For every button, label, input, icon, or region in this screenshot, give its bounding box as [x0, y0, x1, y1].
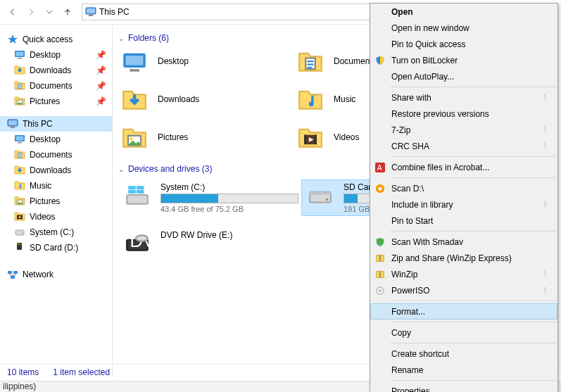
context-menu-item[interactable]: CRC SHA〉 [370, 138, 557, 154]
svg-rect-40 [128, 186, 136, 189]
sidebar-item[interactable]: SD Card (D:) [0, 240, 112, 255]
drive-item[interactable]: DVDDVD RW Drive (E:) [118, 227, 301, 258]
sidebar-item[interactable]: Documents📌 [0, 78, 112, 94]
downloads-icon [14, 164, 25, 177]
context-menu-item-label: 7-Zip [391, 125, 410, 135]
smadav-icon [374, 183, 386, 194]
context-menu-item[interactable]: Share with〉 [370, 89, 557, 106]
context-menu-item[interactable]: Open AutoPlay... [370, 68, 557, 84]
desktop-icon [14, 49, 25, 62]
context-menu-item[interactable]: Pin to Quick access [370, 36, 557, 52]
context-menu-item[interactable]: Restore previous versions [370, 106, 557, 122]
svg-rect-28 [13, 271, 18, 274]
sidebar-item[interactable]: Videos [0, 209, 112, 225]
back-button[interactable] [4, 4, 21, 20]
context-menu-item-label: PowerISO [391, 286, 430, 296]
svg-rect-20 [22, 215, 23, 219]
sidebar-quick-access[interactable]: Quick access [0, 32, 112, 47]
sidebar-item[interactable]: Desktop [0, 132, 112, 147]
drive-icon: DVD [121, 230, 153, 255]
context-menu-item[interactable]: Format... [370, 303, 557, 320]
context-menu-item-label: Turn on BitLocker [391, 56, 458, 65]
folder-item[interactable]: Desktop [118, 49, 294, 74]
context-menu-separator [390, 87, 556, 87]
up-button[interactable] [59, 4, 76, 20]
downloads-icon [14, 64, 25, 77]
address-bar[interactable]: This PC [82, 4, 384, 20]
arrow-left-icon [8, 7, 18, 17]
submenu-arrow-icon: 〉 [543, 125, 550, 135]
context-menu-item-label: Format... [391, 307, 425, 317]
recent-dropdown[interactable] [41, 4, 58, 20]
section-title: Folders (6) [128, 33, 169, 43]
svg-point-17 [18, 201, 19, 202]
sidebar-item-label: Desktop [30, 134, 61, 144]
svg-rect-55 [379, 255, 381, 261]
drive-label: DVD RW Drive (E:) [160, 230, 298, 240]
context-menu-item[interactable]: Include in library〉 [370, 196, 557, 213]
submenu-arrow-icon: 〉 [543, 93, 550, 103]
sidebar-item[interactable]: Music [0, 178, 112, 194]
svg-rect-2 [89, 15, 93, 16]
drive-item[interactable]: System (C:)43.4 GB free of 75.2 GB [118, 179, 301, 216]
system-c--icon [14, 226, 25, 239]
context-menu-item[interactable]: Turn on BitLocker [370, 52, 557, 68]
context-menu-item-label: Open in new window [391, 23, 469, 33]
pictures-icon [14, 195, 25, 208]
context-menu-item-label: Include in library [391, 200, 453, 210]
winzip-icon [374, 253, 386, 264]
sidebar-item[interactable]: Desktop📌 [0, 47, 112, 63]
shield-icon [374, 55, 386, 66]
sidebar-item[interactable]: Pictures📌 [0, 94, 112, 109]
sidebar-item[interactable]: Documents [0, 147, 112, 163]
folder-item[interactable]: Downloads [118, 87, 294, 112]
sidebar-item[interactable]: System (C:) [0, 225, 112, 240]
context-menu-item[interactable]: PowerISO〉 [370, 282, 557, 298]
desktop-icon [14, 133, 25, 146]
svg-point-59 [379, 289, 382, 291]
sidebar-item-label: Documents [30, 150, 73, 160]
context-menu-item[interactable]: Rename [370, 362, 557, 378]
context-menu-separator [390, 380, 556, 381]
context-menu-separator [390, 343, 556, 343]
forward-button[interactable] [23, 4, 39, 20]
svg-rect-41 [137, 186, 144, 189]
context-menu-separator [390, 156, 556, 157]
sidebar-item[interactable]: Downloads📌 [0, 63, 112, 78]
drive-free-text: 43.4 GB free of 75.2 GB [160, 205, 298, 213]
pin-icon: 📌 [96, 96, 106, 106]
submenu-arrow-icon: 〉 [543, 141, 550, 151]
sidebar-network[interactable]: Network [0, 267, 112, 282]
context-menu-item[interactable]: Open in new window [370, 20, 557, 36]
context-menu-item[interactable]: Copy [370, 324, 557, 341]
pictures-folder-icon [118, 125, 151, 150]
sidebar-item[interactable]: Pictures [0, 194, 112, 209]
context-menu-item[interactable]: Open [370, 4, 557, 20]
this-pc-icon [85, 6, 96, 18]
chevron-down-icon: ⌄ [118, 165, 124, 173]
chevron-down-icon [46, 8, 53, 15]
svg-text:A: A [377, 163, 382, 171]
context-menu-item[interactable]: Pin to Start [370, 213, 557, 229]
folder-item[interactable]: Pictures [118, 125, 294, 150]
sidebar-this-pc[interactable]: This PC [0, 116, 112, 132]
context-menu-item[interactable]: WinZip〉 [370, 266, 557, 282]
sidebar-item-label: Pictures [30, 196, 60, 206]
context-menu-item[interactable]: Scan D:\ [370, 180, 557, 196]
svg-rect-39 [127, 195, 148, 204]
svg-point-49 [136, 235, 148, 241]
address-bar-text: This PC [99, 7, 130, 17]
context-menu-item[interactable]: Create shortcut [370, 346, 557, 362]
context-menu-item-label: Restore previous versions [391, 109, 489, 119]
context-menu-item[interactable]: ACombine files in Acrobat... [370, 159, 557, 175]
context-menu-item[interactable]: Scan With Smadav [370, 234, 557, 250]
sidebar-item[interactable]: Downloads [0, 163, 112, 178]
context-menu-item-label: Zip and Share (WinZip Express) [391, 253, 512, 263]
context-menu-item-label: Rename [391, 365, 423, 375]
chevron-down-icon: ⌄ [118, 34, 124, 42]
context-menu-item[interactable]: Zip and Share (WinZip Express) [370, 250, 557, 266]
context-menu-item[interactable]: 7-Zip〉 [370, 122, 557, 138]
status-item-count: 10 items [7, 367, 39, 377]
context-menu-item[interactable]: Properties [370, 383, 557, 392]
drive-label: System (C:) [160, 182, 298, 192]
